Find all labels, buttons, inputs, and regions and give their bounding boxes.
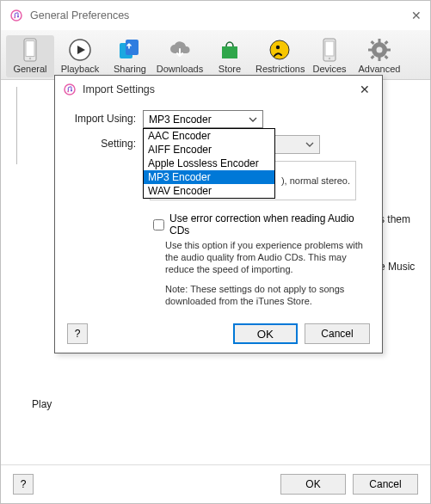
tab-sharing[interactable]: Sharing bbox=[106, 35, 154, 77]
dialog-titlebar: Import Settings ✕ bbox=[55, 76, 382, 103]
svg-rect-13 bbox=[325, 41, 334, 56]
svg-rect-8 bbox=[126, 40, 139, 55]
dialog-help-button[interactable]: ? bbox=[67, 323, 88, 344]
import-using-select[interactable]: MP3 Encoder AAC Encoder AIFF Encoder App… bbox=[143, 110, 263, 128]
bg-label-play: Play bbox=[32, 398, 52, 410]
svg-point-2 bbox=[17, 15, 19, 17]
svg-rect-22 bbox=[385, 40, 389, 45]
error-correction-label: Use error correction when reading Audio … bbox=[169, 212, 368, 237]
dialog-footer: ? OK Cancel bbox=[55, 315, 382, 353]
close-icon[interactable]: ✕ bbox=[356, 83, 373, 96]
error-correction-checkbox[interactable] bbox=[153, 219, 164, 230]
encoder-option-lossless[interactable]: Apple Lossless Encoder bbox=[144, 157, 274, 170]
svg-point-25 bbox=[65, 84, 75, 95]
import-using-label: Import Using: bbox=[69, 110, 143, 125]
encoder-option-wav[interactable]: WAV Encoder bbox=[144, 184, 274, 198]
encoder-option-mp3[interactable]: MP3 Encoder bbox=[144, 170, 274, 184]
import-using-dropdown: AAC Encoder AIFF Encoder Apple Lossless … bbox=[143, 128, 275, 199]
bg-text-fragment: s them bbox=[379, 213, 410, 225]
encoder-option-aiff[interactable]: AIFF Encoder bbox=[144, 143, 274, 157]
window-footer: ? OK Cancel bbox=[1, 464, 430, 503]
svg-point-5 bbox=[29, 58, 31, 59]
sharing-icon bbox=[106, 37, 154, 63]
import-using-value: MP3 Encoder bbox=[149, 114, 212, 126]
svg-point-10 bbox=[270, 40, 289, 59]
import-settings-dialog: Import Settings ✕ Import Using: MP3 Enco… bbox=[54, 75, 383, 353]
store-note: Note: These settings do not apply to son… bbox=[165, 284, 372, 308]
preferences-toolbar: General Playback Sharing Downloads Store… bbox=[1, 30, 430, 80]
window-titlebar: General Preferences ✕ bbox=[1, 1, 430, 30]
tab-label: Playback bbox=[56, 64, 104, 74]
play-icon bbox=[56, 37, 104, 63]
cloud-download-icon bbox=[156, 37, 204, 63]
tab-restrictions[interactable]: Restrictions bbox=[256, 35, 304, 77]
svg-rect-9 bbox=[222, 46, 237, 58]
ok-button[interactable]: OK bbox=[280, 474, 346, 495]
tab-label: Devices bbox=[305, 64, 354, 74]
svg-rect-4 bbox=[26, 41, 34, 57]
tab-label: Advanced bbox=[355, 64, 403, 74]
tab-label: Store bbox=[206, 64, 254, 74]
store-icon bbox=[206, 37, 254, 63]
svg-rect-21 bbox=[371, 40, 375, 45]
dialog-title: Import Settings bbox=[83, 83, 155, 95]
help-button[interactable]: ? bbox=[13, 474, 34, 495]
phone-icon bbox=[6, 37, 54, 63]
svg-rect-19 bbox=[368, 49, 373, 52]
svg-point-11 bbox=[276, 46, 280, 49]
svg-rect-23 bbox=[371, 55, 375, 59]
tab-advanced[interactable]: Advanced bbox=[355, 35, 403, 77]
tab-label: Sharing bbox=[106, 64, 154, 74]
window-title: General Preferences bbox=[30, 9, 396, 22]
encoder-option-aac[interactable]: AAC Encoder bbox=[144, 129, 274, 143]
tab-devices[interactable]: Devices bbox=[305, 35, 354, 77]
error-correction-help: Use this option if you experience proble… bbox=[165, 240, 372, 275]
svg-rect-20 bbox=[386, 49, 391, 52]
tab-label: Downloads bbox=[156, 64, 204, 74]
bg-text-fragment: e Music bbox=[379, 261, 415, 273]
chevron-down-icon bbox=[249, 117, 257, 122]
svg-rect-17 bbox=[379, 39, 381, 43]
svg-point-26 bbox=[67, 90, 69, 92]
dialog-ok-button[interactable]: OK bbox=[233, 323, 298, 344]
setting-label: Setting: bbox=[69, 135, 143, 150]
tab-label: General bbox=[6, 64, 54, 74]
svg-rect-24 bbox=[385, 55, 389, 59]
svg-point-27 bbox=[71, 89, 72, 91]
svg-rect-18 bbox=[379, 57, 381, 61]
gear-icon bbox=[355, 37, 403, 63]
tab-store[interactable]: Store bbox=[206, 35, 254, 77]
app-icon bbox=[64, 83, 76, 95]
tab-label: Restrictions bbox=[256, 64, 304, 74]
tab-general[interactable]: General bbox=[6, 35, 54, 77]
svg-point-14 bbox=[329, 58, 330, 59]
device-icon bbox=[305, 37, 354, 63]
app-icon bbox=[9, 9, 23, 22]
cancel-button[interactable]: Cancel bbox=[353, 474, 418, 495]
dialog-cancel-button[interactable]: Cancel bbox=[305, 323, 370, 344]
decorative-line bbox=[16, 87, 27, 164]
tab-playback[interactable]: Playback bbox=[56, 35, 104, 77]
tab-downloads[interactable]: Downloads bbox=[156, 35, 204, 77]
svg-point-16 bbox=[377, 47, 383, 53]
chevron-down-icon bbox=[305, 142, 314, 147]
close-icon[interactable]: ✕ bbox=[396, 9, 422, 22]
details-visible-text: ), normal stereo. bbox=[281, 175, 355, 186]
svg-point-1 bbox=[14, 16, 15, 18]
restrictions-icon bbox=[256, 37, 304, 63]
svg-point-0 bbox=[11, 10, 22, 21]
